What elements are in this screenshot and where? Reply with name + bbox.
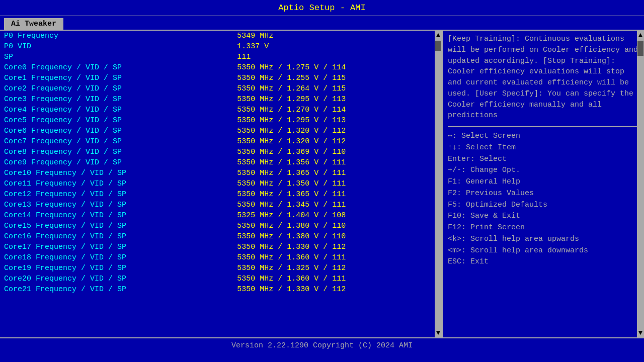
row-value: 5350 MHz / 1.356 V / 111 [233, 157, 442, 168]
divider [448, 126, 639, 127]
right-scroll-down-arrow[interactable]: ▼ [638, 328, 642, 337]
row-value: 5350 MHz / 1.295 V / 113 [233, 115, 442, 126]
table-row: Core9 Frequency / VID / SP5350 MHz / 1.3… [0, 157, 442, 168]
scroll-thumb[interactable] [435, 41, 441, 51]
row-value: 5350 MHz / 1.330 V / 112 [233, 284, 442, 295]
table-row: Core1 Frequency / VID / SP5350 MHz / 1.2… [0, 73, 442, 83]
row-label: Core9 Frequency / VID / SP [0, 157, 233, 168]
row-label: Core5 Frequency / VID / SP [0, 115, 233, 126]
table-row: Core11 Frequency / VID / SP5350 MHz / 1.… [0, 178, 442, 189]
row-value: 1.337 V [233, 41, 442, 52]
row-label: Core16 Frequency / VID / SP [0, 231, 233, 242]
row-value: 5325 MHz / 1.404 V / 108 [233, 210, 442, 221]
row-value: 5350 MHz / 1.380 V / 110 [233, 221, 442, 231]
table-row: Core0 Frequency / VID / SP5350 MHz / 1.2… [0, 62, 442, 73]
left-scrollbar[interactable]: ▲ ▼ [435, 31, 442, 337]
shortcut-key: F5: [448, 201, 466, 209]
shortcut-key: Enter: [448, 155, 479, 163]
row-value: 5350 MHz / 1.365 V / 111 [233, 168, 442, 178]
row-value: 5350 MHz / 1.255 V / 115 [233, 73, 442, 83]
row-label: Core1 Frequency / VID / SP [0, 73, 233, 83]
row-label: Core10 Frequency / VID / SP [0, 168, 233, 178]
table-row: Core2 Frequency / VID / SP5350 MHz / 1.2… [0, 83, 442, 94]
row-label: P0 Frequency [0, 31, 233, 41]
row-label: Core12 Frequency / VID / SP [0, 189, 233, 200]
shortcut-item: <k>: Scroll help area upwards [448, 234, 639, 245]
shortcut-key: F1: [448, 177, 466, 186]
row-label: Core15 Frequency / VID / SP [0, 221, 233, 231]
title-bar: Aptio Setup - AMI [0, 0, 644, 16]
table-row: SP111 [0, 52, 442, 62]
table-row: Core16 Frequency / VID / SP5350 MHz / 1.… [0, 231, 442, 242]
shortcut-desc: Select [479, 155, 507, 163]
shortcut-desc: General Help [466, 177, 520, 186]
shortcut-list: ↔: Select Screen↑↓: Select ItemEnter: Se… [448, 131, 639, 267]
table-row: Core6 Frequency / VID / SP5350 MHz / 1.3… [0, 126, 442, 136]
shortcut-desc: Print Screen [470, 223, 525, 232]
shortcut-desc: Save & Exit [470, 212, 520, 220]
row-value: 5350 MHz / 1.320 V / 112 [233, 136, 442, 147]
row-label: Core7 Frequency / VID / SP [0, 136, 233, 147]
shortcut-key: ESC: [448, 257, 470, 266]
table-row: Core3 Frequency / VID / SP5350 MHz / 1.2… [0, 94, 442, 105]
table-row: Core5 Frequency / VID / SP5350 MHz / 1.2… [0, 115, 442, 126]
right-scroll-thumb[interactable] [637, 41, 643, 56]
shortcut-item: ↔: Select Screen [448, 131, 639, 142]
row-value: 5350 MHz / 1.365 V / 111 [233, 189, 442, 200]
scroll-up-arrow[interactable]: ▲ [436, 31, 440, 40]
right-scrollbar[interactable]: ▲ ▼ [637, 31, 644, 337]
table-row: Core10 Frequency / VID / SP5350 MHz / 1.… [0, 168, 442, 178]
app-title: Aptio Setup - AMI [278, 3, 365, 13]
shortcut-item: Enter: Select [448, 154, 639, 165]
table-row: Core14 Frequency / VID / SP5325 MHz / 1.… [0, 210, 442, 221]
main-area: P0 Frequency5349 MHzP0 VID1.337 VSP111Co… [0, 31, 644, 337]
left-panel: P0 Frequency5349 MHzP0 VID1.337 VSP111Co… [0, 31, 443, 337]
row-label: Core20 Frequency / VID / SP [0, 274, 233, 284]
table-row: Core15 Frequency / VID / SP5350 MHz / 1.… [0, 221, 442, 231]
table-row: Core20 Frequency / VID / SP5350 MHz / 1.… [0, 274, 442, 284]
shortcut-desc: Scroll help area upwards [470, 235, 579, 243]
table-row: Core17 Frequency / VID / SP5350 MHz / 1.… [0, 242, 442, 252]
shortcut-desc: Select Item [466, 143, 516, 152]
table-row: Core7 Frequency / VID / SP5350 MHz / 1.3… [0, 136, 442, 147]
right-panel: [Keep Training]: Continuous evaluations … [443, 31, 644, 337]
shortcut-desc: Select Screen [461, 132, 520, 140]
table-row: Core4 Frequency / VID / SP5350 MHz / 1.2… [0, 105, 442, 115]
shortcut-item: <m>: Scroll help area downwards [448, 245, 639, 256]
shortcut-item: F10: Save & Exit [448, 211, 639, 222]
table-row: P0 Frequency5349 MHz [0, 31, 442, 41]
row-label: Core17 Frequency / VID / SP [0, 242, 233, 252]
shortcut-key: F12: [448, 223, 470, 232]
row-label: Core14 Frequency / VID / SP [0, 210, 233, 221]
shortcut-key: ↔: [448, 132, 461, 140]
shortcut-key: <k>: [448, 235, 470, 243]
right-scroll-up-arrow[interactable]: ▲ [638, 31, 642, 40]
table-row: Core19 Frequency / VID / SP5350 MHz / 1.… [0, 263, 442, 274]
row-label: Core4 Frequency / VID / SP [0, 105, 233, 115]
ai-tweaker-tab[interactable]: Ai Tweaker [4, 18, 63, 30]
row-value: 5350 MHz / 1.369 V / 110 [233, 147, 442, 157]
scroll-down-arrow[interactable]: ▼ [436, 328, 440, 337]
row-label: SP [0, 52, 233, 62]
row-label: Core18 Frequency / VID / SP [0, 252, 233, 263]
shortcut-key: F2: [448, 189, 466, 198]
shortcut-key: F10: [448, 212, 470, 220]
row-label: Core2 Frequency / VID / SP [0, 83, 233, 94]
footer: Version 2.22.1290 Copyright (C) 2024 AMI [0, 337, 644, 352]
shortcut-item: +/-: Change Opt. [448, 165, 639, 176]
table-row: Core13 Frequency / VID / SP5350 MHz / 1.… [0, 200, 442, 210]
table-row: Core18 Frequency / VID / SP5350 MHz / 1.… [0, 252, 442, 263]
shortcut-desc: Scroll help area downwards [470, 246, 588, 255]
table-row: Core12 Frequency / VID / SP5350 MHz / 1.… [0, 189, 442, 200]
shortcut-item: F1: General Help [448, 176, 639, 188]
shortcut-item: F2: Previous Values [448, 188, 639, 199]
shortcut-item: ESC: Exit [448, 256, 639, 267]
row-value: 5350 MHz / 1.330 V / 112 [233, 242, 442, 252]
row-value: 5350 MHz / 1.345 V / 111 [233, 200, 442, 210]
row-label: Core11 Frequency / VID / SP [0, 178, 233, 189]
row-value: 5350 MHz / 1.295 V / 113 [233, 94, 442, 105]
shortcut-desc: Exit [470, 257, 489, 266]
table-row: Core21 Frequency / VID / SP5350 MHz / 1.… [0, 284, 442, 295]
row-label: Core6 Frequency / VID / SP [0, 126, 233, 136]
shortcut-desc: Optimized Defaults [466, 201, 547, 209]
